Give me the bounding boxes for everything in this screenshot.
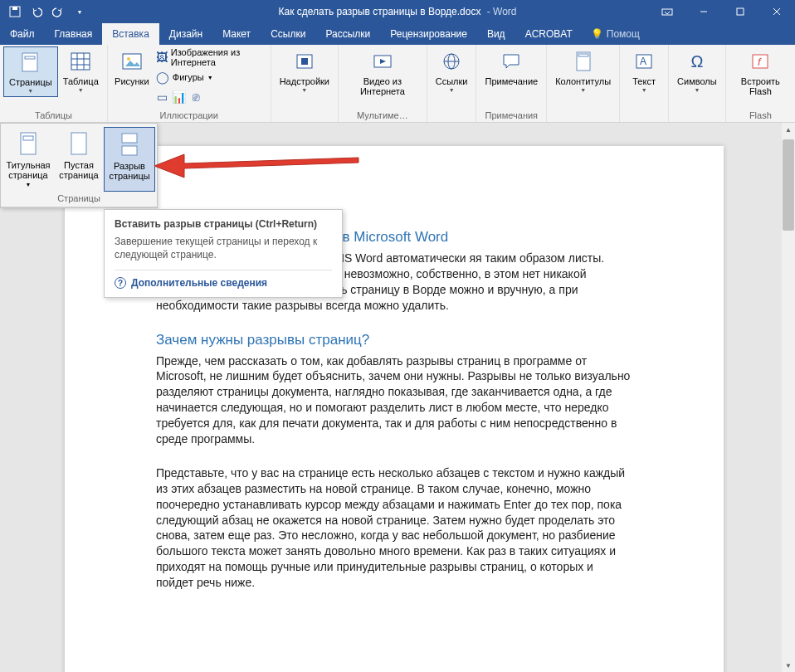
pictures-icon <box>119 48 145 75</box>
tab-mailings[interactable]: Рассылки <box>315 23 380 45</box>
group-illustrations: Рисунки 🖼Изображения из Интернета ◯Фигур… <box>108 45 271 122</box>
page-break-tooltip: Вставить разрыв страницы (Ctrl+Return) З… <box>104 209 343 298</box>
svg-rect-1 <box>12 7 17 10</box>
shapes-label: Фигуры <box>173 72 204 82</box>
qat-customize-icon[interactable]: ▼ <box>71 3 88 20</box>
save-icon[interactable] <box>7 3 23 20</box>
table-label: Таблица <box>63 76 99 86</box>
chevron-down-icon: ▼ <box>78 87 84 94</box>
svg-rect-30 <box>71 133 86 154</box>
shapes-button[interactable]: ◯Фигуры▼ <box>156 68 264 86</box>
comment-label: Примечание <box>485 76 538 86</box>
svg-rect-17 <box>301 58 308 65</box>
tooltip-link-label: Дополнительные сведения <box>131 277 267 289</box>
page-break-icon <box>116 131 143 159</box>
page-break-button[interactable]: Разрыв страницы <box>104 127 155 192</box>
svg-rect-23 <box>578 54 588 56</box>
flash-label: Встроить Flash <box>734 76 787 96</box>
table-button[interactable]: Таблица▼ <box>58 46 104 95</box>
addins-icon <box>291 48 318 75</box>
svg-rect-14 <box>123 54 141 69</box>
text-button[interactable]: A Текст▼ <box>623 46 665 95</box>
group-label-links <box>431 110 473 122</box>
omega-icon: Ω <box>684 48 710 75</box>
online-video-button[interactable]: Видео из Интернета <box>342 46 423 98</box>
scroll-thumb[interactable] <box>783 139 794 231</box>
tab-view[interactable]: Вид <box>477 23 515 45</box>
scroll-up-icon[interactable]: ▲ <box>782 123 795 136</box>
cover-page-icon <box>15 130 41 158</box>
group-symbols: Ω Символы▼ <box>669 45 726 122</box>
svg-text:A: A <box>640 56 646 67</box>
svg-rect-7 <box>22 53 37 71</box>
group-text: A Текст▼ <box>620 45 669 122</box>
comment-button[interactable]: Примечание <box>480 46 543 88</box>
screenshot-icon: ⎚ <box>189 90 202 104</box>
svg-rect-29 <box>23 136 33 140</box>
group-label-flash: Flash <box>729 110 792 122</box>
pages-label: Страницы <box>9 77 52 87</box>
svg-rect-31 <box>122 134 137 143</box>
table-icon <box>67 48 94 75</box>
maximize-icon[interactable] <box>722 0 758 23</box>
tab-acrobat[interactable]: ACROBAT <box>515 23 583 45</box>
vertical-scrollbar[interactable]: ▲ ▼ <box>782 123 795 672</box>
online-pictures-button[interactable]: 🖼Изображения из Интернета <box>156 48 264 66</box>
group-addins: Надстройки▼ <box>271 45 339 122</box>
smartart-row[interactable]: ▭📊⎚ <box>156 88 264 106</box>
undo-icon[interactable] <box>28 3 45 20</box>
symbols-button[interactable]: Ω Символы▼ <box>672 46 722 95</box>
group-label-media: Мультиме… <box>342 110 423 122</box>
app-name: - Word <box>484 6 516 17</box>
blank-page-button[interactable]: Пустая страница <box>54 127 104 192</box>
group-links: Ссылки▼ <box>427 45 477 122</box>
chevron-down-icon: ▼ <box>27 88 33 95</box>
tab-layout[interactable]: Макет <box>212 23 261 45</box>
pictures-button[interactable]: Рисунки <box>111 46 153 88</box>
pages-button[interactable]: Страницы▼ <box>3 46 58 97</box>
tooltip-title: Вставить разрыв страницы (Ctrl+Return) <box>115 218 332 230</box>
online-pictures-icon: 🖼 <box>156 51 168 64</box>
chart-icon: 📊 <box>173 90 186 104</box>
svg-rect-4 <box>737 8 744 15</box>
minimize-icon[interactable] <box>685 0 722 23</box>
cover-page-label: Титульная страница <box>6 160 50 180</box>
title-bar: ▼ Как сделать разрыв страницы в Ворде.do… <box>0 0 795 23</box>
smartart-icon: ▭ <box>156 90 169 104</box>
flash-button[interactable]: f Встроить Flash <box>729 46 792 98</box>
group-label-addins <box>275 110 334 122</box>
tab-design[interactable]: Дизайн <box>159 23 212 45</box>
scroll-down-icon[interactable]: ▼ <box>782 659 795 672</box>
headerfooter-button[interactable]: Колонтитулы▼ <box>550 46 616 95</box>
svg-point-15 <box>127 57 130 61</box>
svg-rect-32 <box>122 146 137 155</box>
tab-file[interactable]: Файл <box>0 23 45 45</box>
addins-button[interactable]: Надстройки▼ <box>275 46 334 95</box>
doc-paragraph: Представьте, что у вас на странице есть … <box>156 465 632 591</box>
pages-dropdown: Титульная страница▼ Пустая страница Разр… <box>0 123 158 208</box>
group-label-comments: Примечания <box>480 110 543 122</box>
links-label: Ссылки <box>436 76 468 86</box>
redo-icon[interactable] <box>50 3 66 20</box>
video-icon <box>369 48 396 75</box>
tell-me-label: Помощ <box>607 28 640 40</box>
chevron-down-icon: ▼ <box>641 87 647 94</box>
tab-references[interactable]: Ссылки <box>261 23 315 45</box>
tell-me-box[interactable]: 💡Помощ <box>583 23 648 45</box>
tab-home[interactable]: Главная <box>45 23 103 45</box>
tab-insert[interactable]: Вставка <box>102 23 159 45</box>
ribbon-options-icon[interactable] <box>649 0 685 23</box>
group-comments: Примечание Примечания <box>476 45 547 122</box>
tooltip-more-link[interactable]: ? Дополнительные сведения <box>115 270 332 289</box>
cover-page-button[interactable]: Титульная страница▼ <box>2 127 54 192</box>
comment-icon <box>498 48 524 75</box>
close-icon[interactable] <box>758 0 795 23</box>
tab-review[interactable]: Рецензирование <box>380 23 477 45</box>
links-button[interactable]: Ссылки▼ <box>431 46 473 95</box>
chevron-down-icon: ▼ <box>26 182 32 188</box>
pictures-label: Рисунки <box>115 76 149 86</box>
group-headerfooter: Колонтитулы▼ <box>547 45 620 122</box>
group-label-tables: Таблицы <box>3 110 104 122</box>
shapes-icon: ◯ <box>156 71 169 84</box>
quick-access-toolbar: ▼ <box>0 3 95 20</box>
